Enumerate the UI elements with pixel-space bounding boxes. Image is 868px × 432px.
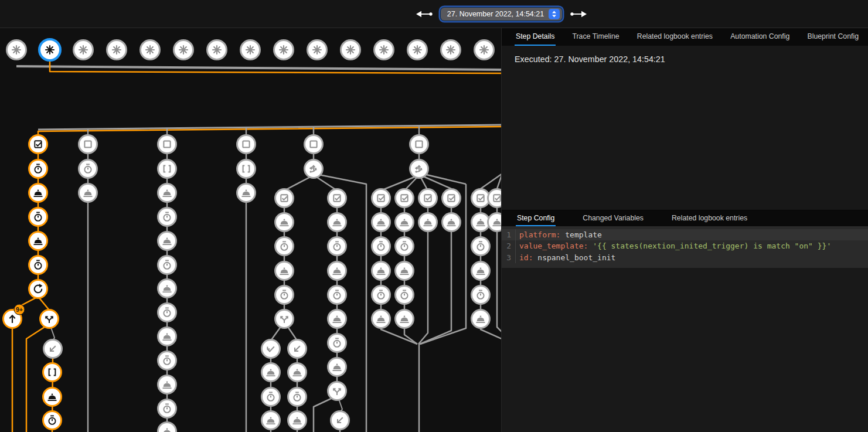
- graph-node-call-split-icon[interactable]: [328, 382, 346, 400]
- graph-node-timer-icon[interactable]: [79, 160, 97, 178]
- graph-node-service-call-icon[interactable]: [29, 232, 47, 250]
- tab-related-logbook-entries[interactable]: Related logbook entries: [636, 28, 714, 46]
- tab-related-logbook-entries[interactable]: Related logbook entries: [670, 210, 748, 226]
- graph-node-service-call-icon[interactable]: [158, 376, 176, 394]
- graph-node-timer-icon[interactable]: [158, 400, 176, 418]
- next-trace-button[interactable]: [570, 10, 587, 18]
- graph-node-arrow-bottom-left-icon[interactable]: [44, 340, 62, 358]
- graph-node-service-call-icon[interactable]: [472, 310, 490, 328]
- graph-node-service-call-icon[interactable]: [275, 213, 294, 232]
- automation-trace-graph[interactable]: 9+: [0, 28, 501, 432]
- graph-node-service-call-icon[interactable]: [288, 363, 307, 382]
- graph-node-service-call-icon[interactable]: [396, 310, 414, 328]
- graph-node-service-call-icon[interactable]: [158, 328, 176, 346]
- graph-node-timer-icon[interactable]: [262, 388, 280, 406]
- graph-node-condition-check-icon[interactable]: [419, 189, 437, 208]
- graph-node-service-call-icon[interactable]: [275, 262, 294, 280]
- graph-node-trigger-icon[interactable]: [308, 40, 327, 60]
- graph-node-service-call-icon[interactable]: [158, 184, 176, 202]
- tab-blueprint-config[interactable]: Blueprint Config: [806, 28, 860, 46]
- graph-node-checkbox-blank-icon[interactable]: [305, 135, 323, 154]
- graph-node-trigger-icon[interactable]: [475, 40, 494, 60]
- graph-node-timer-icon[interactable]: [158, 304, 176, 322]
- graph-node-trigger-icon[interactable]: [207, 40, 227, 60]
- graph-node-timer-icon[interactable]: [29, 160, 47, 178]
- graph-node-service-call-icon[interactable]: [43, 388, 62, 406]
- graph-node-timer-icon[interactable]: [328, 286, 346, 304]
- graph-node-choose-icon[interactable]: [410, 160, 428, 178]
- graph-node-service-call-icon[interactable]: [372, 213, 390, 232]
- graph-node-trigger-icon[interactable]: [174, 40, 193, 60]
- graph-node-timer-icon[interactable]: [29, 256, 47, 274]
- graph-node-trigger-icon[interactable]: [74, 40, 93, 60]
- graph-node-service-call-icon[interactable]: [396, 213, 414, 232]
- graph-node-service-call-icon[interactable]: [262, 363, 280, 382]
- graph-node-timer-icon[interactable]: [158, 256, 176, 274]
- tab-changed-variables[interactable]: Changed Variables: [581, 210, 645, 226]
- graph-node-timer-icon[interactable]: [372, 237, 390, 256]
- graph-node-timer-icon[interactable]: [158, 352, 176, 370]
- graph-node-service-call-icon[interactable]: [472, 213, 490, 232]
- graph-node-repeat-icon[interactable]: [29, 280, 47, 298]
- graph-node-condition-check-icon[interactable]: [488, 189, 502, 208]
- graph-node-checkbox-blank-icon[interactable]: [158, 135, 176, 154]
- graph-node-service-call-icon[interactable]: [372, 262, 390, 280]
- graph-node-service-call-icon[interactable]: [158, 232, 176, 250]
- graph-node-call-split-icon[interactable]: [275, 310, 294, 328]
- trace-run-select[interactable]: 27. November 2022, 14:54:21: [441, 8, 562, 21]
- graph-node-service-call-icon[interactable]: [488, 213, 502, 232]
- graph-node-timer-icon[interactable]: [275, 237, 294, 256]
- graph-node-timer-icon[interactable]: [29, 208, 47, 226]
- graph-node-service-call-icon[interactable]: [158, 280, 176, 298]
- graph-node-service-call-icon[interactable]: [442, 213, 461, 232]
- graph-node-service-call-icon[interactable]: [237, 184, 256, 202]
- graph-node-timer-icon[interactable]: [372, 286, 390, 304]
- graph-node-trigger-icon[interactable]: [241, 40, 260, 60]
- graph-node-brackets-icon[interactable]: [237, 160, 256, 178]
- graph-node-service-call-icon[interactable]: [396, 262, 414, 280]
- graph-node-condition-check-icon[interactable]: [372, 189, 390, 208]
- tab-step-config[interactable]: Step Config: [516, 210, 556, 226]
- graph-node-trigger-icon[interactable]: [441, 40, 461, 60]
- graph-node-condition-check-icon[interactable]: [29, 135, 47, 154]
- graph-node-service-call-icon[interactable]: [262, 411, 280, 430]
- graph-node-trigger-icon[interactable]: [375, 40, 394, 60]
- graph-node-call-split-icon[interactable]: [40, 310, 59, 328]
- graph-node-trigger-icon[interactable]: [408, 40, 427, 60]
- graph-node-timer-icon[interactable]: [288, 388, 307, 406]
- graph-node-service-call-icon[interactable]: [328, 310, 346, 328]
- graph-node-service-call-icon[interactable]: [79, 184, 97, 202]
- graph-node-service-call-icon[interactable]: [328, 213, 346, 232]
- graph-node-trigger-icon[interactable]: [341, 40, 360, 60]
- graph-node-choose-icon[interactable]: [305, 160, 323, 178]
- graph-node-service-call-icon[interactable]: [419, 213, 437, 232]
- graph-node-checkbox-blank-icon[interactable]: [237, 135, 256, 154]
- graph-node-trigger-icon[interactable]: [107, 40, 127, 60]
- graph-node-service-call-icon[interactable]: [328, 262, 346, 280]
- graph-node-checkbox-blank-icon[interactable]: [79, 135, 97, 154]
- graph-node-arrow-bottom-left-icon[interactable]: [331, 411, 349, 430]
- graph-node-checkbox-blank-icon[interactable]: [410, 135, 428, 154]
- graph-node-timer-icon[interactable]: [472, 286, 490, 304]
- graph-node-trigger-icon[interactable]: [141, 40, 160, 60]
- graph-node-service-call-icon[interactable]: [158, 423, 176, 432]
- graph-node-service-call-icon[interactable]: [472, 262, 490, 280]
- graph-node-service-call-icon[interactable]: [328, 358, 346, 376]
- yaml-code-editor[interactable]: 1platform: template2value_template: '{{ …: [502, 226, 868, 268]
- graph-node-condition-check-icon[interactable]: [275, 189, 294, 208]
- graph-node-condition-check-icon[interactable]: [328, 189, 346, 208]
- graph-node-service-call-icon[interactable]: [29, 184, 47, 202]
- graph-node-chosen-check-arrow-icon[interactable]: [262, 340, 280, 358]
- tab-step-details[interactable]: Step Details: [515, 28, 556, 46]
- graph-node-timer-icon[interactable]: [328, 334, 346, 352]
- graph-node-brackets-icon[interactable]: [43, 363, 62, 382]
- graph-node-service-call-icon[interactable]: [372, 310, 390, 328]
- graph-node-condition-check-icon[interactable]: [396, 189, 414, 208]
- tab-automation-config[interactable]: Automation Config: [729, 28, 791, 46]
- graph-node-timer-icon[interactable]: [472, 237, 490, 256]
- graph-node-condition-check-icon[interactable]: [442, 189, 461, 208]
- graph-node-timer-icon[interactable]: [396, 286, 414, 304]
- graph-node-trigger-icon[interactable]: [39, 39, 60, 60]
- graph-node-service-call-icon[interactable]: [288, 411, 307, 430]
- graph-node-brackets-icon[interactable]: [158, 160, 176, 178]
